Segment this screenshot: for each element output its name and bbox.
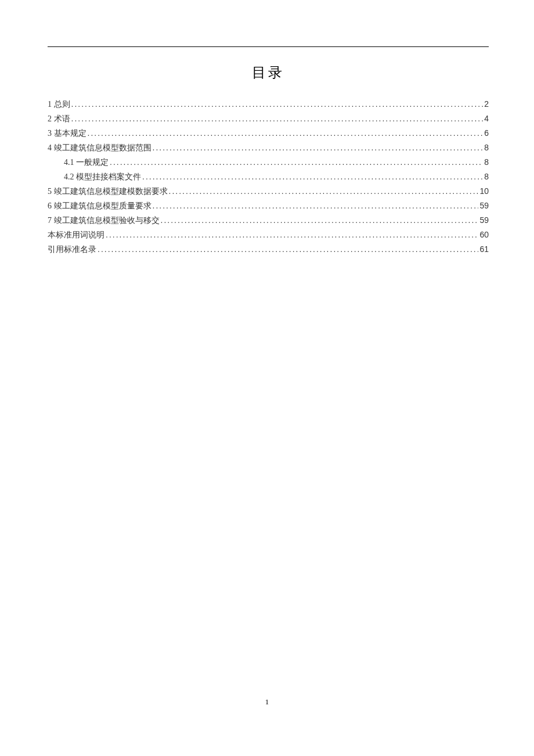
toc-entry-page: 8 xyxy=(483,170,489,183)
toc-entry[interactable]: 4.1 一般规定8 xyxy=(48,155,489,170)
toc-entry-label: 6 竣工建筑信息模型质量要求 xyxy=(48,199,153,213)
toc-entry-page: 8 xyxy=(483,155,489,169)
toc-entry[interactable]: 3 基本规定6 xyxy=(48,126,489,141)
toc-entry-page: 2 xyxy=(483,97,489,111)
toc-entry-page: 8 xyxy=(483,141,489,154)
toc-leader-dots xyxy=(71,111,484,125)
toc-entry-label: 4 竣工建筑信息模型数据范围 xyxy=(48,141,153,155)
header-rule xyxy=(48,46,489,47)
toc-entry-page: 4 xyxy=(483,111,489,125)
toc-entry-label: 引用标准名录 xyxy=(48,243,98,257)
toc-entry-page: 60 xyxy=(478,228,489,242)
toc-entry[interactable]: 7 竣工建筑信息模型验收与移交59 xyxy=(48,213,489,228)
toc-entry-label: 4.1 一般规定 xyxy=(64,156,110,170)
toc-leader-dots xyxy=(106,228,478,242)
toc-entry-page: 10 xyxy=(478,184,489,198)
toc-entry[interactable]: 4.2 模型挂接档案文件8 xyxy=(48,170,489,184)
toc-entry[interactable]: 1 总则2 xyxy=(48,97,489,111)
page-number: 1 xyxy=(0,697,534,707)
page-content: 目录 1 总则22 术语43 基本规定64 竣工建筑信息模型数据范围84.1 一… xyxy=(0,0,534,257)
toc-leader-dots xyxy=(153,141,484,154)
toc-leader-dots xyxy=(142,170,483,183)
toc-entry-label: 2 术语 xyxy=(48,112,71,126)
toc-leader-dots xyxy=(88,126,484,140)
toc-leader-dots xyxy=(153,199,479,213)
toc-entry[interactable]: 引用标准名录61 xyxy=(48,242,489,257)
toc-leader-dots xyxy=(98,242,478,256)
toc-leader-dots xyxy=(161,213,479,227)
toc-entry-label: 本标准用词说明 xyxy=(48,228,106,242)
toc-leader-dots xyxy=(110,155,483,169)
toc-entry-label: 3 基本规定 xyxy=(48,127,88,141)
toc-title: 目录 xyxy=(48,63,489,82)
toc-entry-label: 7 竣工建筑信息模型验收与移交 xyxy=(48,214,161,228)
toc-entry-label: 4.2 模型挂接档案文件 xyxy=(64,170,142,184)
toc-entry[interactable]: 6 竣工建筑信息模型质量要求59 xyxy=(48,199,489,213)
toc-entry-page: 61 xyxy=(478,242,489,256)
toc-leader-dots xyxy=(169,184,479,198)
toc-entry[interactable]: 4 竣工建筑信息模型数据范围8 xyxy=(48,141,489,155)
toc-entry-page: 59 xyxy=(478,213,489,227)
toc-entry-label: 1 总则 xyxy=(48,98,71,111)
toc-entry-page: 59 xyxy=(478,199,489,213)
toc-entry-label: 5 竣工建筑信息模型建模数据要求 xyxy=(48,185,169,199)
toc-entry[interactable]: 本标准用词说明60 xyxy=(48,228,489,242)
toc-entry[interactable]: 2 术语4 xyxy=(48,111,489,126)
toc-entry-page: 6 xyxy=(483,126,489,140)
toc-entry[interactable]: 5 竣工建筑信息模型建模数据要求10 xyxy=(48,184,489,199)
toc-leader-dots xyxy=(71,97,484,111)
toc-list: 1 总则22 术语43 基本规定64 竣工建筑信息模型数据范围84.1 一般规定… xyxy=(48,97,489,257)
